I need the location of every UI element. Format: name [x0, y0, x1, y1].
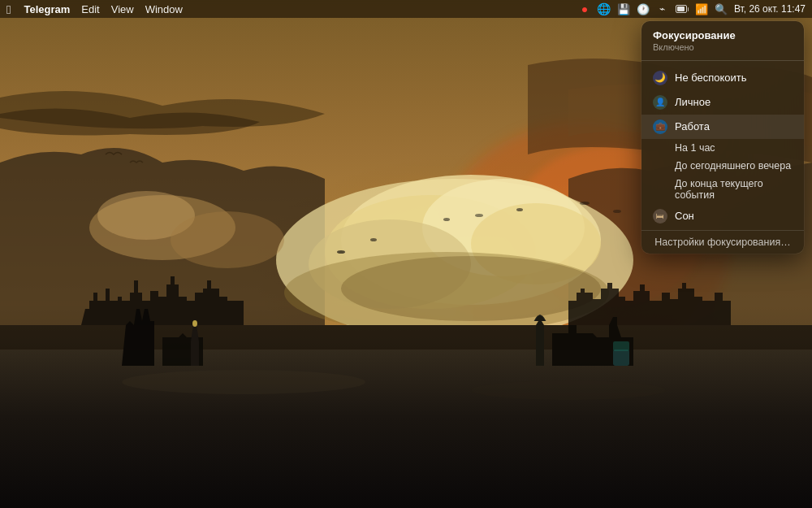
work-icon: 💼: [653, 119, 667, 134]
svg-rect-28: [613, 341, 629, 351]
svg-point-18: [471, 380, 666, 400]
clock-icon[interactable]: 🕐: [637, 2, 650, 15]
svg-point-20: [337, 250, 345, 254]
menubar-datetime: Вт, 26 окт. 11:47: [734, 3, 806, 15]
focus-subitem-event-end[interactable]: До конца текущего события: [641, 175, 804, 204]
svg-point-21: [370, 238, 377, 241]
person-icon: 👤: [653, 95, 667, 110]
svg-point-17: [122, 370, 365, 394]
focus-item-personal[interactable]: 👤 Личное: [641, 90, 804, 115]
svg-point-22: [443, 218, 450, 221]
svg-rect-16: [0, 325, 812, 350]
focus-settings-link[interactable]: Настройки фокусирования…: [641, 230, 804, 254]
focus-item-sleep[interactable]: 🛏 Сон: [641, 204, 804, 228]
focus-item-sleep-label: Сон: [675, 210, 694, 222]
svg-point-24: [516, 208, 523, 211]
focus-subtitle: Включено: [653, 42, 793, 52]
menubar-left:  Telegram Edit View Window: [6, 2, 183, 16]
focus-item-work-label: Работа: [675, 120, 710, 132]
sleep-icon: 🛏: [653, 209, 667, 224]
battery-icon[interactable]: [676, 2, 689, 15]
focus-title: Фокусирование: [653, 29, 793, 41]
svg-point-25: [580, 202, 590, 205]
focus-panel: Фокусирование Включено 🌙 Не беспокоить 👤…: [641, 21, 804, 254]
focus-subitem-tonight[interactable]: До сегодняшнего вечера: [641, 157, 804, 175]
desktop:  Telegram Edit View Window ● 🌐 💾 🕐 ⌁ 📶 …: [0, 0, 812, 508]
focus-item-dnd-label: Не беспокоить: [675, 72, 747, 84]
menubar-right: ● 🌐 💾 🕐 ⌁ 📶 🔍 Вт, 26 окт. 11:47: [578, 2, 806, 15]
svg-point-14: [171, 211, 284, 268]
menu-view[interactable]: View: [111, 3, 134, 15]
search-icon[interactable]: 🔍: [715, 2, 728, 15]
focus-subitem-1hour[interactable]: На 1 час: [641, 139, 804, 157]
focus-divider: [641, 60, 804, 61]
moon-icon: 🌙: [653, 71, 667, 85]
svg-point-11: [341, 256, 601, 321]
focus-item-dnd[interactable]: 🌙 Не беспокоить: [641, 66, 804, 90]
app-name[interactable]: Telegram: [24, 3, 70, 15]
focus-header: Фокусирование Включено: [641, 21, 804, 55]
svg-rect-15: [0, 325, 812, 508]
menu-edit[interactable]: Edit: [81, 3, 99, 15]
svg-rect-27: [613, 350, 629, 366]
telegram-icon[interactable]: ●: [578, 2, 591, 15]
svg-point-19: [192, 320, 197, 327]
wifi-icon[interactable]: 📶: [695, 2, 708, 15]
bluetooth-icon[interactable]: ⌁: [656, 2, 669, 15]
menubar:  Telegram Edit View Window ● 🌐 💾 🕐 ⌁ 📶 …: [0, 0, 812, 18]
apple-menu[interactable]: : [6, 2, 11, 16]
svg-point-26: [613, 210, 621, 213]
globe-icon[interactable]: 🌐: [598, 2, 611, 15]
svg-point-23: [475, 214, 483, 217]
menu-window[interactable]: Window: [145, 3, 183, 15]
drive-icon[interactable]: 💾: [617, 2, 630, 15]
focus-item-personal-label: Личное: [675, 96, 710, 108]
focus-item-work[interactable]: 💼 Работа: [641, 115, 804, 139]
